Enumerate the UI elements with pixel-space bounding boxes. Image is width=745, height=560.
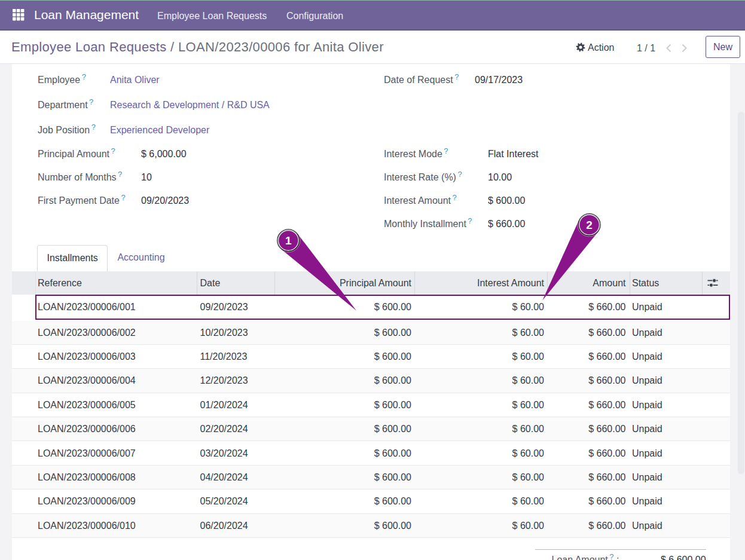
svg-text:2: 2	[586, 219, 593, 231]
svg-text:1: 1	[285, 234, 292, 247]
